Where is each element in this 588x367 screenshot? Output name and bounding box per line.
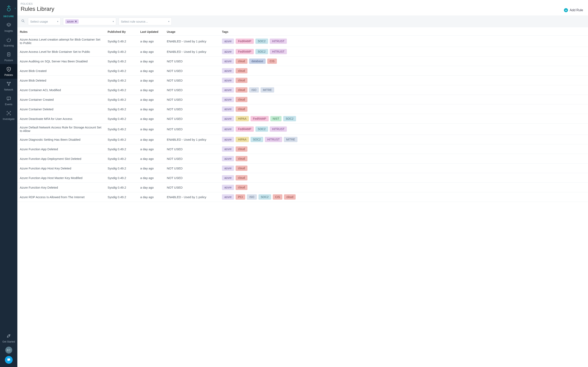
rule-name-cell[interactable]: Azure Function Key Deleted	[20, 186, 108, 189]
tag-badge[interactable]: azure	[222, 106, 234, 112]
rule-name-cell[interactable]: Azure Auditing on SQL Server Has Been Di…	[20, 59, 108, 63]
table-row[interactable]: Azure Deactivate MFA for User AccessSysd…	[17, 114, 588, 124]
tag-badge[interactable]: azure	[222, 126, 234, 132]
rule-name-cell[interactable]: Azure Container Created	[20, 98, 108, 101]
table-row[interactable]: Azure Function Key DeletedSysdig 0.49.2a…	[17, 183, 588, 192]
tag-badge[interactable]: FedRAMP	[236, 39, 254, 44]
tag-badge[interactable]: cloud	[284, 194, 296, 200]
col-header-usage[interactable]: Usage	[167, 30, 222, 33]
search-icon[interactable]	[21, 19, 26, 24]
sidebar-item-investigate[interactable]: Investigate	[0, 108, 17, 123]
rule-name-cell[interactable]: Azure Blob Created	[20, 69, 108, 73]
tag-badge[interactable]: MITRE	[284, 137, 298, 142]
col-header-updated[interactable]: Last Updated	[140, 30, 167, 33]
rule-name-cell[interactable]: Azure Container ACL Modified	[20, 88, 108, 92]
tag-badge[interactable]: azure	[222, 87, 234, 92]
rule-name-cell[interactable]: Azure Default Network Access Rule for St…	[20, 125, 108, 133]
tag-badge[interactable]: cloud	[236, 58, 247, 64]
rule-name-cell[interactable]: Azure Access Level for Blob Container Se…	[20, 50, 108, 53]
rule-name-cell[interactable]: Azure Function App Host Key Deleted	[20, 167, 108, 170]
tag-badge[interactable]: azure	[222, 78, 234, 83]
tag-badge[interactable]: MITRE	[260, 87, 274, 92]
table-row[interactable]: Azure Function App Host Master Key Modif…	[17, 173, 588, 183]
tag-badge[interactable]: cloud	[236, 87, 247, 92]
sidebar-item-get-started[interactable]: Get Started	[2, 332, 15, 344]
table-row[interactable]: Azure Blob CreatedSysdig 0.49.2a day ago…	[17, 66, 588, 76]
rule-name-cell[interactable]: Azure Diagnostic Setting Has Been Disabl…	[20, 138, 108, 141]
tag-badge[interactable]: cloud	[236, 156, 247, 161]
tag-badge[interactable]: database	[249, 58, 266, 64]
tag-badge[interactable]: FedRAMP	[236, 126, 254, 132]
table-row[interactable]: Azure Access Level creation attempt for …	[17, 36, 588, 47]
sidebar-item-scanning[interactable]: Scanning	[0, 35, 17, 49]
tag-badge[interactable]: azure	[222, 137, 234, 142]
rule-name-cell[interactable]: Azure Function App Host Master Key Modif…	[20, 176, 108, 180]
tag-badge[interactable]: cloud	[236, 146, 247, 152]
tag-badge[interactable]: FedRAMP	[251, 116, 269, 121]
tag-badge[interactable]: FedRAMP	[236, 49, 254, 54]
tag-badge[interactable]: HITRUST	[270, 39, 287, 44]
tag-badge[interactable]: azure	[222, 97, 234, 102]
rule-name-cell[interactable]: Azure Container Deleted	[20, 108, 108, 111]
tag-badge[interactable]: HIPAA	[236, 116, 249, 121]
table-row[interactable]: Azure RDP Access Is Allowed from The Int…	[17, 192, 588, 202]
select-usage[interactable]: Select usage ▾	[28, 17, 61, 25]
tag-badge[interactable]: SOC2	[255, 126, 268, 132]
tag-badge[interactable]: SOC2	[255, 49, 268, 54]
tag-badge[interactable]: NIST	[270, 116, 282, 121]
tag-badge[interactable]: cloud	[236, 166, 247, 171]
tag-badge[interactable]: cloud	[236, 175, 247, 180]
sidebar-item-events[interactable]: Events	[0, 93, 17, 108]
tag-badge[interactable]: azure	[222, 146, 234, 152]
tag-badge[interactable]: PCI	[236, 194, 245, 200]
tag-badge[interactable]: azure	[222, 194, 234, 200]
tag-badge[interactable]: HITRUST	[270, 126, 287, 132]
col-header-rules[interactable]: Rules	[20, 30, 108, 33]
table-row[interactable]: Azure Container DeletedSysdig 0.49.2a da…	[17, 104, 588, 114]
select-rule-source[interactable]: Select rule source... ▾	[119, 17, 172, 25]
select-tags[interactable]: azure ✕ ▾	[63, 17, 116, 25]
user-avatar[interactable]: EC	[5, 347, 12, 354]
expand-sidebar-icon[interactable]: ›	[15, 7, 16, 10]
tag-badge[interactable]: azure	[222, 68, 234, 73]
tag-badge[interactable]: cloud	[236, 106, 247, 112]
rule-name-cell[interactable]: Azure RDP Access Is Allowed from The Int…	[20, 195, 108, 199]
tag-badge[interactable]: SOC2	[259, 194, 271, 200]
tag-badge[interactable]: HITRUST	[270, 49, 287, 54]
chip-remove-icon[interactable]: ✕	[75, 20, 77, 23]
tag-badge[interactable]: cloud	[236, 97, 247, 102]
table-row[interactable]: Azure Access Level for Blob Container Se…	[17, 47, 588, 57]
table-row[interactable]: Azure Auditing on SQL Server Has Been Di…	[17, 57, 588, 66]
sidebar-item-insights[interactable]: Insights	[0, 20, 17, 35]
tag-badge[interactable]: CIS	[273, 194, 282, 200]
tag-badge[interactable]: azure	[222, 49, 234, 54]
add-rule-button[interactable]: + Add Rule	[564, 8, 583, 12]
tag-badge[interactable]: azure	[222, 39, 234, 44]
tag-badge[interactable]: SOC2	[251, 137, 263, 142]
rule-name-cell[interactable]: Azure Function App Deleted	[20, 147, 108, 151]
table-row[interactable]: Azure Function App DeletedSysdig 0.49.2a…	[17, 144, 588, 154]
sidebar-item-policies[interactable]: Policies	[0, 64, 17, 79]
tag-badge[interactable]: ISO	[247, 194, 257, 200]
table-row[interactable]: Azure Container CreatedSysdig 0.49.2a da…	[17, 95, 588, 104]
tag-badge[interactable]: HIPAA	[236, 137, 249, 142]
tag-badge[interactable]: SOC2	[255, 39, 268, 44]
rule-name-cell[interactable]: Azure Blob Deleted	[20, 79, 108, 82]
help-chat-button[interactable]	[5, 356, 13, 364]
tag-badge[interactable]: SOC2	[283, 116, 296, 121]
tag-badge[interactable]: azure	[222, 175, 234, 180]
tag-badge[interactable]: ISO	[249, 87, 259, 92]
rule-name-cell[interactable]: Azure Access Level creation attempt for …	[20, 38, 108, 45]
col-header-published[interactable]: Published By	[108, 30, 140, 33]
sidebar-item-network[interactable]: Network	[0, 79, 17, 93]
tag-badge[interactable]: cloud	[236, 185, 247, 190]
rules-table[interactable]: Rules Published By Last Updated Usage Ta…	[17, 27, 588, 367]
col-header-tags[interactable]: Tags	[222, 30, 585, 33]
tag-badge[interactable]: azure	[222, 156, 234, 161]
table-row[interactable]: Azure Function App Deployment Slot Delet…	[17, 154, 588, 164]
table-row[interactable]: Azure Default Network Access Rule for St…	[17, 124, 588, 135]
rule-name-cell[interactable]: Azure Function App Deployment Slot Delet…	[20, 157, 108, 160]
tag-badge[interactable]: CIS	[267, 58, 277, 64]
tag-badge[interactable]: azure	[222, 116, 234, 121]
tag-badge[interactable]: azure	[222, 58, 234, 64]
